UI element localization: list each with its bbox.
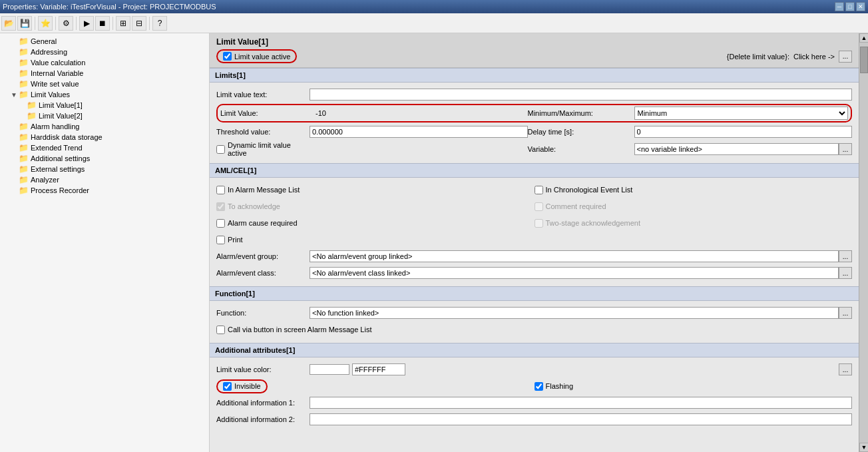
alarm-msg-list-wrap: In Alarm Message List: [216, 186, 535, 194]
chronological-event-label[interactable]: In Chronological Event List: [535, 186, 853, 194]
function-label: Function:: [216, 309, 310, 317]
folder-icon: 📁: [27, 101, 37, 110]
alarm-cause-label[interactable]: Alarm cause required: [216, 219, 535, 228]
vertical-scrollbar[interactable]: ▲ ▼: [859, 33, 868, 452]
folder-icon: 📁: [27, 111, 37, 120]
sidebar-item-harddisk[interactable]: 📁 Harddisk data storage: [0, 132, 209, 142]
limits-section-header: Limits[1]: [210, 68, 859, 83]
sidebar-item-write-set[interactable]: 📁 Write set value: [0, 79, 209, 89]
folder-icon: 📁: [19, 186, 29, 195]
toolbar-separator-4: [112, 17, 113, 30]
sidebar-item-additional-settings[interactable]: 📁 Additional settings: [0, 153, 209, 164]
sidebar-label-analyzer: Analyzer: [31, 176, 59, 184]
color-ellipsis[interactable]: ...: [839, 363, 852, 375]
additional-info-1-input[interactable]: [310, 397, 852, 409]
alarm-msg-list-checkbox[interactable]: [216, 186, 225, 194]
alarm-event-group-input[interactable]: [310, 250, 839, 262]
variable-value-wrap: ...: [634, 143, 853, 155]
call-via-button-checkbox[interactable]: [216, 326, 225, 334]
additional-attributes-header: Additional attributes[1]: [210, 343, 859, 357]
alarm-event-class-wrap: ...: [310, 267, 852, 279]
chronological-event-text: In Chronological Event List: [546, 186, 633, 194]
flashing-text: Flashing: [546, 382, 574, 390]
chronological-event-checkbox[interactable]: [535, 186, 543, 194]
toolbar-btn-help[interactable]: ?: [152, 16, 167, 31]
alarm-msg-list-label[interactable]: In Alarm Message List: [216, 186, 535, 194]
chronological-event-wrap: In Chronological Event List: [535, 186, 853, 194]
function-ellipsis[interactable]: ...: [839, 307, 852, 319]
toolbar-btn-folder[interactable]: 📂: [1, 16, 16, 31]
alarm-event-class-ellipsis[interactable]: ...: [839, 267, 852, 279]
toolbar-btn-star[interactable]: ⭐: [38, 16, 53, 31]
invisible-checkbox[interactable]: [223, 382, 232, 391]
alarm-event-class-input[interactable]: [310, 267, 839, 279]
folder-icon: 📁: [19, 132, 29, 142]
sidebar-item-limit-values[interactable]: ▼ 📁 Limit Values: [0, 89, 209, 100]
folder-icon: 📁: [19, 175, 29, 184]
alarm-event-group-ellipsis[interactable]: ...: [839, 250, 852, 262]
limit-value-active-label: Limit value active: [234, 53, 290, 61]
invisible-checkbox-group[interactable]: Invisible: [216, 379, 268, 393]
function-input[interactable]: [310, 307, 839, 319]
print-checkbox[interactable]: [216, 236, 225, 244]
print-label[interactable]: Print: [216, 236, 535, 244]
sidebar-item-external-settings[interactable]: 📁 External settings: [0, 164, 209, 174]
sidebar: 📁 General 📁 Addressing 📁 Value calculati…: [0, 33, 210, 452]
toolbar-btn-layout[interactable]: ⊞: [116, 16, 130, 31]
folder-icon: 📁: [19, 37, 29, 46]
additional-attributes-section: Additional attributes[1] Limit value col…: [210, 343, 859, 431]
variable-input[interactable]: [634, 143, 839, 155]
scroll-up-arrow[interactable]: ▲: [859, 33, 868, 43]
aml-row4: Print: [216, 232, 852, 247]
sidebar-item-internal-var[interactable]: 📁 Internal Variable: [0, 68, 209, 79]
folder-icon: 📁: [19, 47, 29, 57]
folder-icon: 📁: [19, 154, 29, 163]
sidebar-item-alarm-handling[interactable]: 📁 Alarm handling: [0, 121, 209, 132]
toolbar-btn-run[interactable]: ▶: [79, 16, 94, 31]
sidebar-item-addressing[interactable]: 📁 Addressing: [0, 47, 209, 57]
toolbar-btn-layout2[interactable]: ⊟: [132, 16, 146, 31]
sidebar-item-value-calc[interactable]: 📁 Value calculation: [0, 57, 209, 68]
dynamic-limit-checkbox-label[interactable]: Dynamic limit value active: [216, 141, 310, 157]
delay-time-input[interactable]: [634, 126, 853, 138]
delete-limit-ellipsis[interactable]: ...: [839, 51, 852, 63]
limit-value-color-label: Limit value color:: [216, 365, 310, 373]
additional-info-2-input[interactable]: [310, 413, 852, 425]
sidebar-item-limit-value-2[interactable]: 📁 Limit Value[2]: [0, 111, 209, 121]
sidebar-item-extended-trend[interactable]: 📁 Extended Trend: [0, 142, 209, 153]
scroll-thumb[interactable]: [860, 47, 868, 73]
color-input[interactable]: [352, 363, 405, 375]
min-max-select[interactable]: Minimum Maximum: [634, 107, 849, 120]
dynamic-limit-checkbox[interactable]: [216, 145, 225, 154]
limit-value-active-checkbox[interactable]: [223, 52, 232, 61]
additional-info-1-label: Additional information 1:: [216, 399, 310, 407]
function-section-header: Function[1]: [210, 286, 859, 301]
flashing-label[interactable]: Flashing: [535, 382, 853, 391]
limit-value-active-checkbox-group[interactable]: Limit value active: [216, 49, 297, 63]
sidebar-item-limit-value-1[interactable]: 📁 Limit Value[1]: [0, 100, 209, 111]
alarm-event-class-label: Alarm/event class:: [216, 269, 310, 277]
close-button[interactable]: ✕: [856, 2, 865, 11]
call-via-button-label[interactable]: Call via button in screen Alarm Message …: [216, 326, 852, 334]
sidebar-item-general[interactable]: 📁 General: [0, 36, 209, 47]
alarm-cause-wrap: Alarm cause required: [216, 219, 535, 228]
flashing-checkbox[interactable]: [535, 382, 543, 391]
toolbar-btn-save[interactable]: 💾: [17, 16, 32, 31]
content-area: Limit Value[1] Limit value active {Delet…: [210, 33, 859, 452]
threshold-input[interactable]: [310, 126, 528, 138]
limit-value-text-input[interactable]: [310, 89, 852, 101]
variable-ellipsis[interactable]: ...: [839, 143, 852, 155]
toolbar: 📂 💾 ⭐ ⚙ ▶ ⏹ ⊞ ⊟ ?: [0, 13, 868, 33]
sidebar-item-analyzer[interactable]: 📁 Analyzer: [0, 174, 209, 185]
toolbar-btn-stop[interactable]: ⏹: [95, 16, 110, 31]
maximize-button[interactable]: □: [845, 2, 855, 11]
alarm-cause-checkbox[interactable]: [216, 219, 225, 228]
min-max-label: Minimum/Maximum:: [528, 109, 634, 117]
minimize-button[interactable]: ─: [835, 2, 844, 11]
delete-limit-action[interactable]: Click here ->: [793, 53, 835, 61]
delete-limit-row: {Delete limit value}: Click here -> ...: [727, 51, 852, 63]
scroll-down-arrow[interactable]: ▼: [859, 443, 868, 452]
limit-value-input[interactable]: [314, 107, 528, 119]
toolbar-btn-settings[interactable]: ⚙: [59, 16, 73, 31]
sidebar-item-process-recorder[interactable]: 📁 Process Recorder: [0, 185, 209, 196]
